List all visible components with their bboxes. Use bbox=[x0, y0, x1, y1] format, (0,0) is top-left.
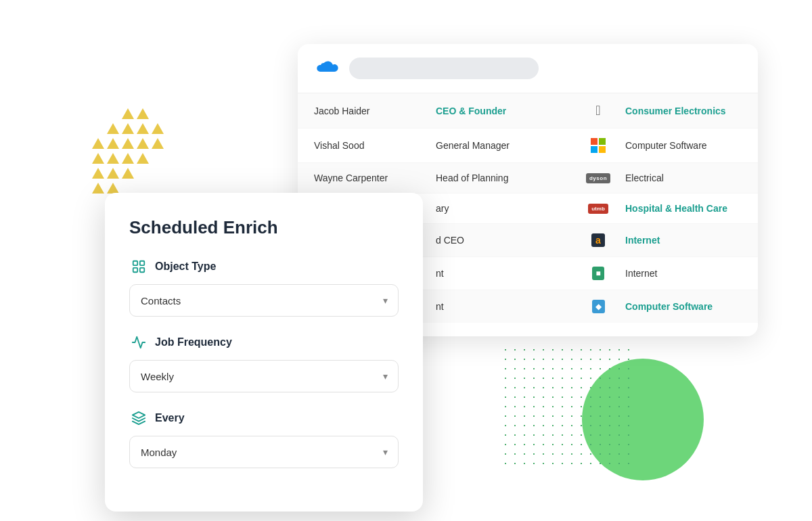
company-industry: Internet bbox=[625, 268, 742, 279]
crm-header bbox=[298, 44, 758, 93]
every-select-wrapper: Monday Tuesday Wednesday Thursday Friday… bbox=[129, 436, 399, 468]
contact-title: CEO & Founder bbox=[436, 106, 571, 116]
table-row: Vishal Sood General Manager Computer Sof… bbox=[298, 129, 758, 163]
company-industry: Electrical bbox=[625, 173, 742, 183]
contact-name: Vishal Sood bbox=[314, 140, 436, 151]
company-logo: ■ bbox=[571, 267, 625, 280]
company-logo: a bbox=[571, 233, 625, 247]
company-logo: utmb bbox=[571, 204, 625, 214]
every-select[interactable]: Monday Tuesday Wednesday Thursday Friday bbox=[129, 436, 399, 468]
contact-title: d CEO bbox=[436, 235, 571, 246]
contact-title: Head of Planning bbox=[436, 173, 571, 183]
every-icon bbox=[129, 409, 148, 428]
contact-title: nt bbox=[436, 268, 571, 279]
job-frequency-icon bbox=[129, 333, 148, 352]
company-industry: Computer Software bbox=[625, 301, 742, 312]
apple-logo:  bbox=[595, 103, 600, 118]
amazon-logo: a bbox=[591, 233, 605, 247]
job-frequency-section: Job Frequency Daily Weekly Monthly ▾ bbox=[129, 333, 399, 392]
object-type-section: Object Type Contacts Leads Accounts ▾ bbox=[129, 257, 399, 317]
svg-rect-0 bbox=[133, 261, 137, 265]
dyson-logo: dyson bbox=[586, 173, 610, 183]
decorative-triangles bbox=[88, 108, 169, 203]
object-type-label: Object Type bbox=[129, 257, 399, 276]
company-industry: Hospital & Health Care bbox=[625, 203, 742, 214]
table-row: Jacob Haider CEO & Founder  Consumer El… bbox=[298, 93, 758, 129]
table-row: Wayne Carpenter Head of Planning dyson E… bbox=[298, 163, 758, 194]
svg-rect-2 bbox=[133, 268, 137, 272]
every-section: Every Monday Tuesday Wednesday Thursday … bbox=[129, 409, 399, 468]
company-logo: dyson bbox=[571, 173, 625, 183]
every-label: Every bbox=[129, 409, 399, 428]
job-frequency-select[interactable]: Daily Weekly Monthly bbox=[129, 360, 399, 392]
svg-rect-1 bbox=[140, 261, 144, 265]
modal-title: Scheduled Enrich bbox=[129, 217, 399, 238]
company-logo:  bbox=[571, 103, 625, 118]
contact-title: nt bbox=[436, 301, 571, 312]
crm-search-bar[interactable] bbox=[349, 58, 539, 79]
company-industry: Computer Software bbox=[625, 140, 742, 151]
object-type-select-wrapper: Contacts Leads Accounts ▾ bbox=[129, 284, 399, 317]
contact-name: Wayne Carpenter bbox=[314, 173, 436, 183]
contact-title: General Manager bbox=[436, 140, 571, 151]
stackshare-logo: ◆ bbox=[592, 300, 605, 313]
square-logo: ■ bbox=[592, 267, 604, 280]
object-type-icon bbox=[129, 257, 148, 276]
salesforce-logo bbox=[314, 56, 338, 81]
contact-name: Jacob Haider bbox=[314, 106, 436, 116]
contact-title: ary bbox=[436, 203, 571, 214]
job-frequency-label: Job Frequency bbox=[129, 333, 399, 352]
job-frequency-select-wrapper: Daily Weekly Monthly ▾ bbox=[129, 360, 399, 392]
company-logo bbox=[571, 138, 625, 153]
microsoft-logo bbox=[591, 138, 606, 153]
company-logo: ◆ bbox=[571, 300, 625, 313]
company-industry: Internet bbox=[625, 235, 742, 246]
company-industry: Consumer Electronics bbox=[625, 106, 742, 116]
object-type-select[interactable]: Contacts Leads Accounts bbox=[129, 284, 399, 317]
decorative-dot-pattern bbox=[501, 345, 636, 467]
utmb-logo: utmb bbox=[588, 204, 608, 214]
svg-marker-4 bbox=[133, 412, 145, 418]
svg-rect-3 bbox=[140, 268, 144, 272]
scheduled-enrich-modal: Scheduled Enrich Object Type Contacts Le… bbox=[105, 193, 423, 512]
